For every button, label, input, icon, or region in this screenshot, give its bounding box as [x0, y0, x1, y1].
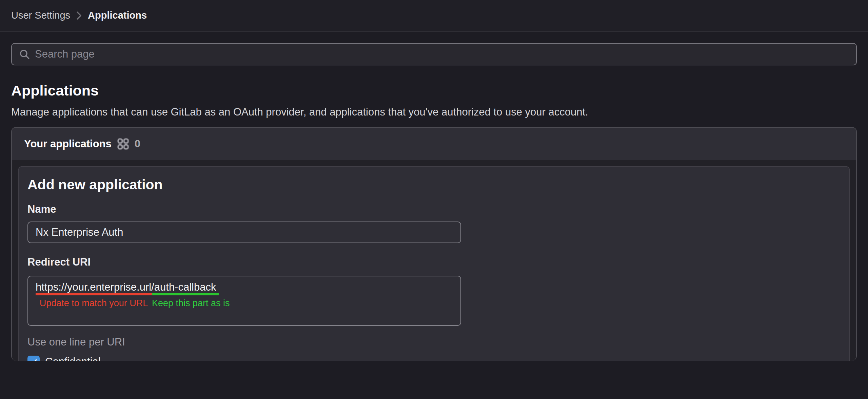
add-application-card: Add new application Name Redirect URI ht…: [18, 166, 850, 361]
confidential-row: Confidential: [27, 355, 841, 361]
confidential-checkbox[interactable]: [27, 356, 40, 361]
uri-annotation-red: Update to match your URL: [36, 298, 152, 309]
your-applications-card: Your applications 0 Add new application …: [11, 127, 857, 361]
checkmark-icon: [29, 357, 38, 361]
your-applications-header: Your applications 0: [12, 128, 856, 160]
name-input[interactable]: [27, 222, 461, 243]
breadcrumb-user-settings[interactable]: User Settings: [11, 10, 70, 21]
redirect-uri-help: Use one line per URI: [27, 336, 841, 348]
uri-annotation-green: Keep this part as is: [152, 298, 219, 309]
uri-annotation-underline-green: [152, 293, 219, 295]
search-input[interactable]: [35, 48, 849, 60]
chevron-right-icon: [76, 11, 82, 20]
your-applications-title: Your applications: [24, 138, 112, 150]
main-content: Applications Manage applications that ca…: [0, 43, 868, 361]
redirect-uri-path-part: /auth-callback: [151, 281, 216, 293]
redirect-uri-textarea[interactable]: https://your.enterprise.url/auth-callbac…: [27, 276, 461, 326]
redirect-uri-label: Redirect URI: [27, 256, 841, 268]
name-label: Name: [27, 203, 841, 215]
add-application-title: Add new application: [27, 176, 841, 193]
breadcrumb: User Settings Applications: [11, 10, 147, 21]
redirect-uri-value: https://your.enterprise.url/auth-callbac…: [36, 281, 216, 293]
search-icon: [19, 48, 30, 60]
breadcrumb-applications: Applications: [88, 10, 147, 21]
confidential-label[interactable]: Confidential: [45, 356, 101, 361]
uri-annotation-underline-red: [36, 293, 152, 295]
applications-count: 0: [135, 138, 140, 150]
applications-grid-icon: [117, 138, 129, 150]
your-applications-body: Add new application Name Redirect URI ht…: [12, 160, 856, 361]
page-title: Applications: [11, 82, 857, 99]
page-description: Manage applications that can use GitLab …: [11, 106, 857, 118]
redirect-uri-host-part: https://your.enterprise.url: [36, 281, 151, 293]
search-bar[interactable]: [11, 43, 857, 65]
top-bar: User Settings Applications: [0, 0, 868, 31]
